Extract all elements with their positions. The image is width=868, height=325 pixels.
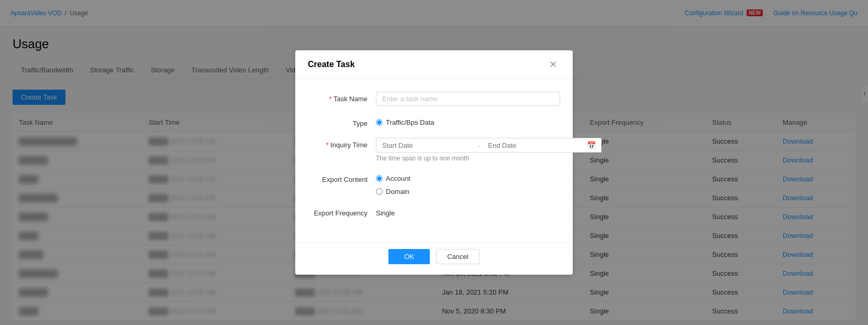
export-domain-radio[interactable] — [376, 188, 383, 195]
modal-body: Task Name Type Traffic/Bps Data — [295, 79, 573, 240]
type-label: Type — [308, 116, 376, 127]
type-traffic-label: Traffic/Bps Data — [386, 118, 434, 126]
date-separator: - — [476, 142, 482, 149]
type-traffic-radio[interactable] — [376, 119, 383, 126]
type-traffic-option[interactable]: Traffic/Bps Data — [376, 118, 434, 126]
type-row: Type Traffic/Bps Data — [308, 116, 560, 127]
date-hint: The time span is up to one month — [376, 155, 602, 162]
modal-close-button[interactable]: ✕ — [546, 59, 560, 70]
date-range-picker[interactable]: - 📅 — [376, 138, 602, 153]
modal-footer: OK Cancel — [295, 242, 573, 275]
start-date-input[interactable] — [376, 139, 476, 152]
export-account-option[interactable]: Account — [376, 175, 560, 182]
export-freq-label: Export Frequency — [308, 206, 376, 217]
modal-overlay: Create Task ✕ Task Name Type Traffic/Bps — [0, 0, 868, 325]
task-name-label: Task Name — [308, 92, 376, 103]
inquiry-time-control: - 📅 The time span is up to one month — [376, 138, 602, 162]
export-content-radio-stack: Account Domain — [376, 172, 560, 196]
export-domain-option[interactable]: Domain — [376, 188, 560, 196]
export-freq-control: Single — [376, 206, 560, 217]
task-name-control — [376, 92, 560, 106]
export-freq-row: Export Frequency Single — [308, 206, 560, 217]
export-content-label: Export Content — [308, 172, 376, 183]
export-domain-label: Domain — [386, 188, 409, 196]
export-content-control: Account Domain — [376, 172, 560, 196]
inquiry-time-row: Inquiry Time - 📅 The time span is up to … — [308, 138, 560, 162]
cancel-button[interactable]: Cancel — [436, 249, 479, 264]
export-account-label: Account — [386, 175, 410, 182]
type-radio-group: Traffic/Bps Data — [376, 116, 560, 126]
create-task-modal: Create Task ✕ Task Name Type Traffic/Bps — [295, 50, 573, 275]
ok-button[interactable]: OK — [388, 249, 430, 264]
export-freq-value: Single — [376, 206, 560, 217]
modal-header: Create Task ✕ — [295, 50, 573, 79]
inquiry-time-label: Inquiry Time — [308, 138, 376, 149]
end-date-input[interactable] — [482, 139, 582, 152]
task-name-row: Task Name — [308, 92, 560, 106]
task-name-input[interactable] — [376, 92, 560, 106]
calendar-icon[interactable]: 📅 — [582, 138, 601, 152]
export-content-row: Export Content Account Domain — [308, 172, 560, 196]
type-control: Traffic/Bps Data — [376, 116, 560, 126]
modal-title: Create Task — [308, 60, 355, 69]
export-account-radio[interactable] — [376, 175, 383, 182]
